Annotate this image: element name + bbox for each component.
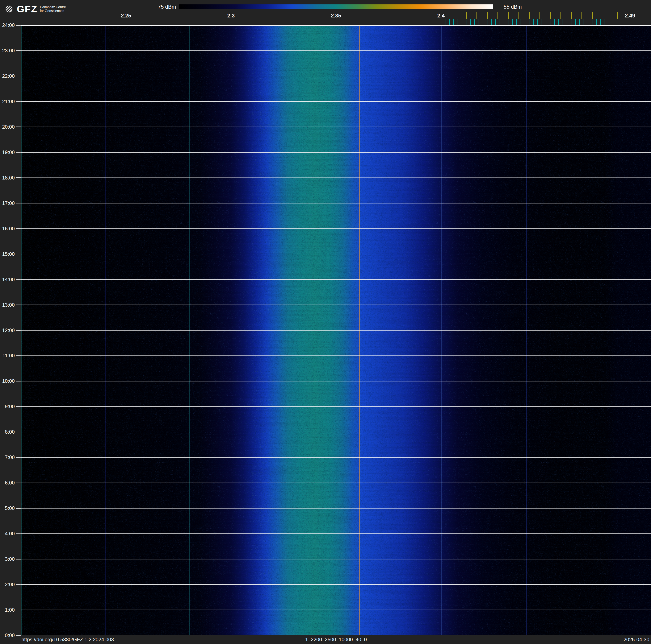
- freq-tick-label: 2.49: [615, 12, 645, 19]
- channel-tick-cyan: [529, 19, 529, 25]
- channel-tick-yellow: [582, 12, 582, 19]
- channel-tick-yellow: [539, 12, 540, 19]
- channel-tick-cyan: [541, 19, 542, 25]
- time-tick-label: 21:00: [0, 98, 15, 105]
- brand-subtitle-line2: for Geosciences: [40, 9, 66, 13]
- time-tick-dash: [16, 508, 21, 509]
- channel-tick-cyan: [575, 19, 576, 25]
- colorbar: [179, 4, 493, 9]
- time-tick-dash: [16, 635, 21, 636]
- colorbar-max-label: -55 dBm: [502, 4, 522, 9]
- gfz-logo-icon: [3, 3, 15, 15]
- time-tick-dash: [16, 610, 21, 610]
- time-tick-label: 19:00: [0, 149, 15, 155]
- channel-tick-cyan: [567, 19, 567, 25]
- time-tick-label: 22:00: [0, 73, 15, 79]
- freq-tick: [42, 18, 42, 25]
- time-tick-label: 3:00: [0, 556, 15, 562]
- time-tick-label: 2:00: [0, 581, 15, 588]
- channel-tick-cyan: [609, 19, 609, 25]
- time-tick-dash: [16, 330, 21, 331]
- time-tick-dash: [16, 304, 21, 305]
- freq-tick: [105, 18, 105, 25]
- channel-tick-yellow: [560, 12, 561, 19]
- freq-tick: [420, 18, 420, 25]
- freq-tick-label: 2.25: [111, 12, 141, 19]
- time-tick-dash: [16, 559, 21, 559]
- time-tick-label: 14:00: [0, 276, 15, 283]
- time-tick-label: 5:00: [0, 505, 15, 511]
- time-tick-label: 10:00: [0, 378, 15, 384]
- freq-tick: [210, 18, 210, 25]
- channel-tick-cyan: [604, 19, 605, 25]
- time-tick-dash: [16, 126, 21, 127]
- time-tick-label: 13:00: [0, 302, 15, 308]
- time-tick-dash: [16, 406, 21, 407]
- footer-dataset-id: 1_2200_2500_10000_40_0: [305, 637, 367, 643]
- time-tick-dash: [16, 355, 21, 356]
- time-tick-label: 11:00: [0, 352, 15, 359]
- colorbar-min-label: -75 dBm: [147, 4, 176, 9]
- channel-tick-cyan: [537, 19, 538, 25]
- time-tick-dash: [16, 432, 21, 432]
- freq-tick: [294, 18, 294, 25]
- time-tick-label: 18:00: [0, 175, 15, 181]
- time-tick-label: 4:00: [0, 530, 15, 537]
- channel-tick-yellow: [466, 12, 467, 19]
- brand-subtitle: Helmholtz Centre for Geosciences: [40, 5, 66, 13]
- channel-tick-cyan: [483, 19, 483, 25]
- channel-tick-cyan: [458, 19, 458, 25]
- freq-tick: [378, 18, 378, 25]
- time-tick-dash: [16, 203, 21, 203]
- time-tick-dash: [16, 457, 21, 458]
- channel-tick-cyan: [500, 19, 500, 25]
- time-tick-label: 12:00: [0, 327, 15, 333]
- channel-tick-yellow: [550, 12, 551, 19]
- channel-tick-yellow: [592, 12, 593, 19]
- freq-tick: [231, 18, 231, 25]
- time-tick-label: 23:00: [0, 48, 15, 54]
- freq-tick: [21, 18, 21, 25]
- freq-tick: [630, 18, 630, 25]
- time-tick-label: 20:00: [0, 124, 15, 130]
- brand-text: GFZ: [17, 4, 37, 14]
- channel-tick-cyan: [600, 19, 601, 25]
- channel-tick-cyan: [550, 19, 550, 25]
- channel-tick-cyan: [454, 19, 454, 25]
- time-tick-dash: [16, 584, 21, 585]
- channel-tick-cyan: [487, 19, 488, 25]
- channel-tick-cyan: [474, 19, 475, 25]
- time-tick-label: 8:00: [0, 429, 15, 435]
- footer-date: 2025-04-30: [623, 637, 649, 643]
- channel-tick-cyan: [491, 19, 492, 25]
- channel-tick-cyan: [445, 19, 445, 25]
- channel-tick-yellow: [529, 12, 530, 19]
- time-tick-label: 1:00: [0, 607, 15, 613]
- time-tick-dash: [16, 25, 21, 26]
- channel-tick-cyan: [596, 19, 597, 25]
- time-tick-label: 16:00: [0, 226, 15, 232]
- freq-tick: [84, 18, 84, 25]
- channel-tick-cyan: [525, 19, 525, 25]
- spectrogram-heatmap: [21, 25, 651, 635]
- time-tick-label: 7:00: [0, 454, 15, 461]
- channel-tick-cyan: [588, 19, 588, 25]
- channel-tick-yellow: [508, 12, 508, 19]
- time-tick-label: 9:00: [0, 403, 15, 410]
- time-tick-label: 0:00: [0, 632, 15, 639]
- footer-doi-text: https://doi.org/10.5880/GFZ.1.2.2024.003: [22, 637, 114, 643]
- freq-tick: [189, 18, 189, 25]
- channel-tick-yellow: [476, 12, 477, 19]
- channel-tick-cyan: [517, 19, 517, 25]
- gfz-logo: GFZ Helmholtz Centre for Geosciences: [3, 3, 66, 15]
- freq-tick: [315, 18, 315, 25]
- time-tick-dash: [16, 279, 21, 280]
- channel-tick-cyan: [449, 19, 450, 25]
- channel-tick-cyan: [512, 19, 513, 25]
- channel-tick-cyan: [533, 19, 534, 25]
- channel-tick-cyan: [546, 19, 546, 25]
- channel-tick-yellow: [519, 12, 519, 19]
- channel-tick-cyan: [563, 19, 563, 25]
- channel-tick-yellow: [487, 12, 488, 19]
- freq-tick-label: 2.35: [321, 12, 351, 19]
